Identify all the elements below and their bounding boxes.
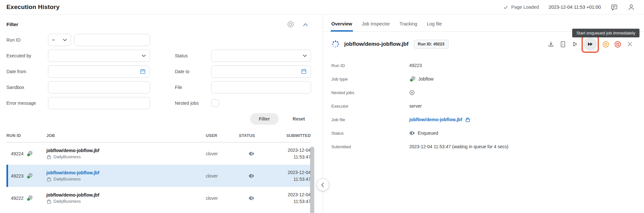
filter-button[interactable]: Filter <box>250 113 279 125</box>
table-row[interactable]: 49222 jobflow/demo-jobflow.jbf DailyBusi… <box>6 187 311 209</box>
date-to-input[interactable] <box>211 65 311 78</box>
job-name[interactable]: jobflow/demo-jobflow.jbf <box>46 192 206 198</box>
submitted-date: 2023-12-04 <box>271 147 311 154</box>
detail-row-job-type: Job type Jobflow <box>323 72 644 86</box>
sandbox-icon <box>46 154 51 159</box>
job-detail-fields: Run ID 49223 Job type Jobflow Nested job… <box>323 59 644 153</box>
page-status-label: Page Loaded <box>511 5 539 10</box>
table-header: RUN ID JOB USER STATUS SUBMITTED <box>6 133 311 142</box>
feedback-icon[interactable] <box>611 4 618 11</box>
submitted-time: 11:53:47 <box>271 154 311 160</box>
detail-row-nested-jobs: Nested jobs <box>323 86 644 99</box>
run-id-label: Run ID <box>6 37 48 43</box>
executed-by-label: Executed by <box>6 53 48 58</box>
job-action-toolbar <box>545 35 636 53</box>
date-from-label: Date from <box>6 69 48 74</box>
action-highlight-annotation <box>582 35 599 53</box>
run-id-operator-select[interactable]: = <box>48 34 71 46</box>
column-status: STATUS <box>239 133 271 138</box>
date-to-label: Date to <box>175 69 211 74</box>
detail-row-job-file: Job file jobflow/demo-jobflow.jbf <box>323 113 644 126</box>
status-enqueued-icon <box>239 196 271 200</box>
jobflow-icon <box>26 173 33 179</box>
status-enqueued-icon <box>409 131 415 135</box>
close-detail-icon[interactable] <box>624 41 636 47</box>
top-bar: Execution History Page Loaded 2023-12-04… <box>0 0 644 15</box>
execution-list-panel: Filter <box>0 15 323 213</box>
run-id-input[interactable] <box>74 34 150 46</box>
sandbox-input[interactable] <box>48 81 150 93</box>
start-enqueued-job-button[interactable] <box>583 37 597 51</box>
filter-actions: Filter Reset <box>0 113 323 125</box>
page-title: Execution History <box>6 4 60 11</box>
stop-icon[interactable] <box>612 41 624 48</box>
status-select[interactable] <box>211 50 311 62</box>
detail-row-run-id: Run ID 49223 <box>323 59 644 72</box>
download-icon[interactable] <box>545 41 557 48</box>
run-id-operator-value: = <box>52 37 55 42</box>
nested-jobs-label: Nested jobs <box>175 101 211 106</box>
job-title: jobflow/demo-jobflow.jbf <box>344 41 409 47</box>
calendar-icon[interactable] <box>301 68 307 74</box>
status-enqueued-icon <box>239 174 271 178</box>
jobflow-icon <box>409 76 415 82</box>
submitted-value: 2023-12-04 11:53:47 (waiting in queue fo… <box>409 144 508 149</box>
run-id-badge: Run ID: 49223 <box>414 40 449 49</box>
suspend-icon[interactable] <box>600 41 612 48</box>
filter-form: Run ID = Executed by Stat <box>0 32 323 111</box>
open-sandbox-icon[interactable] <box>465 117 470 122</box>
run-id-value: 49224 <box>11 151 24 156</box>
collapse-detail-panel-button[interactable] <box>317 179 329 191</box>
user-account-icon[interactable] <box>628 4 635 11</box>
tab-overview[interactable]: Overview <box>331 21 352 31</box>
table-row-selected[interactable]: 49223 jobflow/demo-jobflow.jbf DailyBusi… <box>6 165 311 187</box>
filter-target-icon[interactable] <box>287 21 294 28</box>
tab-job-inspector[interactable]: Job Inspector <box>362 21 390 31</box>
calendar-icon[interactable] <box>140 68 146 74</box>
running-spinner-icon <box>331 40 340 48</box>
status-value: Enqueued <box>418 131 438 136</box>
job-type-value: Jobflow <box>418 76 433 82</box>
server-timestamp: 2023-12-04 11:53 +01:00 <box>549 5 601 10</box>
jobflow-icon <box>26 150 33 157</box>
run-id-value: 49222 <box>11 196 24 201</box>
column-user: USER <box>206 133 239 138</box>
error-message-input[interactable] <box>48 97 150 109</box>
filter-header: Filter <box>0 15 323 28</box>
tab-tracking[interactable]: Tracking <box>400 21 417 31</box>
sandbox-name: DailyBusiness <box>53 177 81 181</box>
date-from-input[interactable] <box>48 65 150 78</box>
tab-log-file[interactable]: Log file <box>427 21 442 31</box>
table-row[interactable]: 49224 jobflow/demo-jobflow.jbf DailyBusi… <box>6 142 311 165</box>
sandbox-name: DailyBusiness <box>53 199 81 204</box>
run-icon[interactable] <box>569 41 581 48</box>
error-message-label: Error message <box>6 101 48 106</box>
job-title-row: jobflow/demo-jobflow.jbf Run ID: 49223 <box>323 36 644 52</box>
jobflow-icon <box>26 195 33 201</box>
reset-button[interactable]: Reset <box>293 116 305 121</box>
job-file-link[interactable]: jobflow/demo-jobflow.jbf <box>409 117 462 122</box>
detail-row-status: Status Enqueued <box>323 126 644 140</box>
page-status: Page Loaded <box>503 5 539 10</box>
status-label: Status <box>175 53 211 58</box>
execution-history-page: Execution History Page Loaded 2023-12-04… <box>0 0 644 213</box>
file-input[interactable] <box>211 81 311 93</box>
filter-title: Filter <box>6 22 18 27</box>
sandbox-name: DailyBusiness <box>53 154 81 159</box>
file-label: File <box>175 85 211 90</box>
top-bar-right: Page Loaded 2023-12-04 11:53 +01:00 <box>503 4 635 11</box>
executed-by-select[interactable] <box>48 50 150 62</box>
job-name[interactable]: jobflow/demo-jobflow.jbf <box>46 170 206 175</box>
job-name[interactable]: jobflow/demo-jobflow.jbf <box>46 148 206 153</box>
user-value: clover <box>206 173 239 179</box>
submitted-date: 2023-12-04 <box>271 191 311 198</box>
table-scrollbar[interactable] <box>310 147 314 213</box>
sandbox-label: Sandbox <box>6 85 48 90</box>
run-id-value: 49223 <box>409 63 422 68</box>
fast-forward-icon <box>587 41 593 47</box>
nested-jobs-checkbox[interactable] <box>211 99 219 107</box>
log-file-icon[interactable] <box>557 41 569 48</box>
status-enqueued-icon <box>239 151 271 156</box>
column-run-id: RUN ID <box>6 133 46 138</box>
collapse-filter-icon[interactable] <box>302 22 308 27</box>
